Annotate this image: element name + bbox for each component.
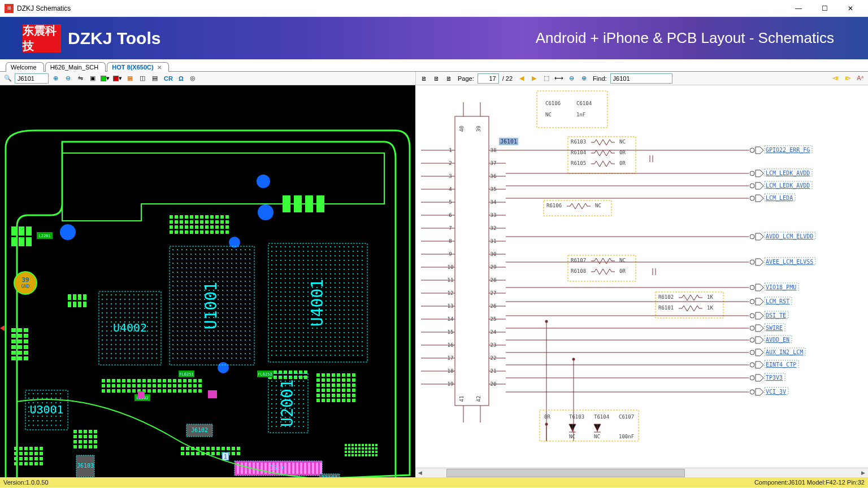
maximize-button[interactable]: ☐ (811, 0, 837, 17)
prev-page-button[interactable]: ◀ (516, 73, 527, 84)
layers-button[interactable]: ▤ (149, 73, 160, 84)
search-icon[interactable]: 🔍 (2, 73, 14, 84)
svg-point-1001 (307, 251, 309, 252)
cr-label[interactable]: CR (162, 75, 175, 82)
svg-rect-290 (14, 457, 18, 460)
doc1-button[interactable]: 🗎 (418, 73, 429, 84)
svg-point-855 (222, 330, 223, 332)
svg-point-330 (133, 294, 134, 295)
scroll-right-button[interactable]: ▶ (858, 469, 868, 477)
svg-point-963 (222, 358, 223, 359)
svg-point-534 (236, 249, 237, 250)
fit-button[interactable]: ⬚ (541, 73, 552, 84)
svg-point-1513 (55, 398, 57, 399)
svg-point-1468 (330, 350, 331, 351)
svg-point-352 (115, 303, 116, 304)
svg-rect-154 (201, 447, 205, 450)
svg-point-1597 (271, 394, 272, 395)
schematic-view[interactable]: J610140394142138237336435534633732831930… (415, 85, 868, 468)
svg-point-541 (186, 254, 187, 255)
svg-point-936 (181, 353, 183, 354)
svg-point-1229 (294, 300, 295, 302)
svg-rect-28 (11, 351, 16, 355)
svg-rect-225 (332, 394, 335, 397)
layer-button[interactable]: ▣ (87, 73, 98, 84)
pcb-canvas[interactable]: U4002U1001U4001U3001U2001J6101J6102J2101… (0, 85, 415, 477)
svg-point-1308 (271, 319, 272, 320)
scroll-left-button[interactable]: ◀ (415, 469, 425, 477)
color2-button[interactable]: ▾ (112, 73, 123, 84)
svg-point-1327 (357, 319, 358, 320)
find-input[interactable] (610, 73, 672, 84)
sch-zoom-in-button[interactable]: ⊕ (578, 73, 589, 84)
pcb-search-input[interactable] (15, 73, 49, 84)
flip-h-button[interactable]: ⇋ (75, 73, 86, 84)
svg-point-631 (186, 276, 187, 277)
tab-main-sch[interactable]: H626_Main_SCH (45, 62, 106, 72)
next-page-button[interactable]: ▶ (528, 73, 540, 84)
tab-hot8[interactable]: HOT 8(X650C)✕ (107, 62, 168, 72)
svg-rect-67 (175, 225, 178, 229)
select-button[interactable]: ◫ (137, 73, 148, 84)
svg-point-626 (245, 272, 246, 273)
svg-point-1430 (348, 341, 349, 342)
svg-point-701 (177, 294, 178, 295)
target-button[interactable]: ◎ (187, 73, 198, 84)
svg-text:AVEE_LCM_ELVSS: AVEE_LCM_ELVSS (766, 259, 813, 265)
schematic-canvas[interactable]: J610140394142138237336435534633732831930… (415, 85, 868, 468)
svg-point-937 (186, 353, 187, 354)
svg-point-1288 (276, 314, 277, 315)
svg-point-638 (218, 276, 219, 277)
svg-text:0R: 0R (619, 268, 626, 274)
page-input[interactable] (478, 73, 499, 84)
svg-point-585 (222, 263, 223, 264)
svg-point-1138 (357, 278, 358, 279)
svg-point-624 (236, 272, 237, 273)
text-style-button[interactable]: Aᵃ (854, 73, 866, 84)
svg-point-868 (199, 335, 201, 336)
svg-rect-311 (94, 435, 97, 438)
svg-point-1281 (339, 310, 340, 311)
zoom-out-button[interactable]: ⊖ (62, 73, 73, 84)
svg-point-581 (204, 263, 205, 264)
doc2-button[interactable]: 🗎 (431, 73, 442, 84)
svg-point-986 (335, 246, 336, 247)
svg-point-724 (199, 299, 201, 300)
color1-button[interactable]: ▾ (99, 73, 111, 84)
svg-point-447 (133, 335, 134, 336)
close-button[interactable]: ✕ (837, 0, 863, 17)
svg-point-1252 (303, 305, 304, 306)
svg-point-642 (236, 276, 237, 277)
svg-point-919 (186, 348, 187, 350)
zoom-in-button[interactable]: ⊕ (50, 73, 61, 84)
doc3-button[interactable]: 🗎 (443, 73, 454, 84)
svg-point-1417 (289, 341, 290, 342)
svg-point-622 (227, 272, 228, 273)
grid-button[interactable]: ▦ (124, 73, 136, 84)
tab-close-icon[interactable]: ✕ (157, 64, 162, 71)
fit-width-button[interactable]: ⟷ (553, 73, 565, 84)
svg-point-1459 (289, 350, 290, 351)
svg-point-1644 (303, 417, 304, 418)
ohm-label[interactable]: Ω (176, 75, 186, 82)
svg-point-361 (156, 303, 157, 304)
svg-point-695 (231, 290, 232, 291)
sch-zoom-out-button[interactable]: ⊖ (566, 73, 577, 84)
svg-point-1349 (362, 323, 363, 324)
pcb-view[interactable]: U4002U1001U4001U3001U2001J6101J6102J2101… (0, 85, 415, 477)
svg-text:NC: NC (569, 434, 575, 439)
svg-point-1446 (326, 346, 327, 347)
svg-point-1023 (312, 255, 313, 256)
svg-point-1822 (750, 148, 754, 152)
svg-point-1047 (326, 260, 327, 261)
tab-welcome[interactable]: Welcome (6, 62, 44, 72)
svg-rect-260 (351, 451, 354, 453)
bookmark-prev-button[interactable]: ⧏ (830, 73, 841, 84)
svg-point-1384 (330, 332, 331, 333)
bookmark-next-button[interactable]: ⧐ (842, 73, 853, 84)
schematic-h-scrollbar[interactable]: ◀ ▶ (415, 468, 868, 477)
minimize-button[interactable]: — (785, 0, 811, 17)
svg-point-1089 (326, 269, 327, 270)
svg-point-1200 (353, 291, 354, 293)
svg-text:21: 21 (491, 368, 497, 374)
